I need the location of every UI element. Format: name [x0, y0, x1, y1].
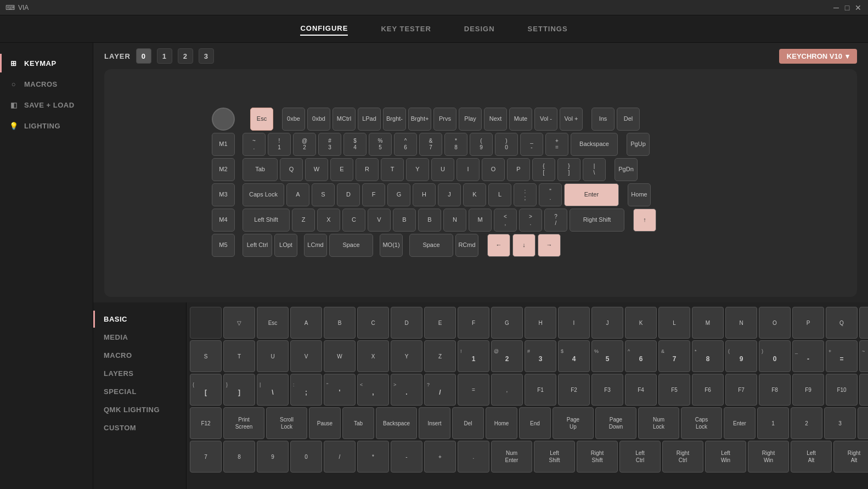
key-m3[interactable]: M3 — [212, 183, 235, 206]
kg-q[interactable]: Q — [826, 307, 858, 339]
bottom-cat-custom[interactable]: CUSTOM — [93, 419, 186, 436]
bottom-cat-media[interactable]: MEDIA — [93, 329, 186, 346]
kg-f11[interactable]: F11 — [859, 374, 868, 406]
key-lpad[interactable]: LPad — [358, 108, 381, 131]
key-s[interactable]: S — [312, 183, 335, 206]
key-x[interactable]: X — [317, 209, 340, 232]
kg-t[interactable]: T — [223, 340, 255, 372]
key-comma[interactable]: <, — [494, 209, 517, 232]
sidebar-item-lighting[interactable]: 💡 LIGHTING — [0, 116, 93, 135]
kg-gt-period[interactable]: >. — [391, 374, 422, 406]
key-1[interactable]: !1 — [268, 133, 291, 156]
key-rcmd[interactable]: RCmd — [455, 234, 478, 257]
key-o[interactable]: O — [482, 158, 505, 181]
key-vol-plus[interactable]: Vol + — [560, 108, 583, 131]
layer-btn-3[interactable]: 3 — [199, 48, 214, 64]
kg-end[interactable]: End — [519, 407, 551, 439]
key-c[interactable]: C — [342, 209, 365, 232]
kg-left-win[interactable]: LeftWin — [705, 441, 746, 473]
key-4[interactable]: $4 — [343, 133, 367, 156]
kg-enter[interactable]: Enter — [724, 407, 756, 439]
sidebar-item-save-load[interactable]: ◧ SAVE + LOAD — [0, 95, 93, 114]
kg-comma[interactable]: , — [491, 374, 523, 406]
nav-configure[interactable]: CONFIGURE — [300, 22, 348, 36]
key-next[interactable]: Next — [484, 108, 507, 131]
key-b-left[interactable]: B — [393, 209, 416, 232]
kg-lbrace[interactable]: {[ — [190, 374, 222, 406]
kg-i[interactable]: I — [558, 307, 590, 339]
close-button[interactable]: ✕ — [854, 3, 863, 12]
key-space-left[interactable]: Space — [329, 234, 373, 257]
key-v[interactable]: V — [368, 209, 391, 232]
kg-f[interactable]: F — [458, 307, 489, 339]
kg-rparen-0[interactable]: )0 — [759, 340, 791, 372]
kg-num-2[interactable]: 2 — [791, 407, 822, 439]
kg-lparen-9[interactable]: (9 — [725, 340, 757, 372]
kg-d[interactable]: D — [391, 307, 422, 339]
key-pgup[interactable]: PgUp — [627, 133, 650, 156]
maximize-button[interactable]: □ — [843, 3, 852, 12]
kg-right-alt[interactable]: RightAlt — [833, 441, 868, 473]
kg-v[interactable]: V — [290, 340, 322, 372]
kg-num-slash[interactable]: / — [324, 441, 356, 473]
nav-settings[interactable]: SETTINGS — [528, 23, 568, 35]
key-r[interactable]: R — [356, 158, 379, 181]
key-quote[interactable]: ". — [539, 183, 562, 206]
kg-num-1[interactable]: 1 — [757, 407, 789, 439]
key-k[interactable]: K — [463, 183, 486, 206]
key-arrow-left[interactable]: ← — [487, 234, 510, 257]
kg-k[interactable]: K — [625, 307, 657, 339]
key-semicolon[interactable]: :; — [514, 183, 537, 206]
key-m4[interactable]: M4 — [212, 209, 235, 232]
key-prvs[interactable]: Prvs — [433, 108, 456, 131]
kg-f8[interactable]: F8 — [759, 374, 791, 406]
key-minus[interactable]: _- — [520, 133, 543, 156]
kg-equals[interactable]: = — [458, 374, 489, 406]
key-del[interactable]: Del — [617, 108, 640, 131]
kg-del[interactable]: Del — [452, 407, 484, 439]
minimize-button[interactable]: ─ — [832, 3, 841, 12]
key-tab[interactable]: Tab — [243, 158, 278, 181]
kg-c[interactable]: C — [357, 307, 389, 339]
key-arrow-down[interactable]: ↓ — [512, 234, 536, 257]
kg-page-down[interactable]: PageDown — [595, 407, 636, 439]
kg-a[interactable]: A — [290, 307, 322, 339]
kg-num-enter[interactable]: NumEnter — [491, 441, 532, 473]
kg-at-2[interactable]: @2 — [491, 340, 523, 372]
kg-num-minus[interactable]: - — [391, 441, 422, 473]
key-u[interactable]: U — [431, 158, 454, 181]
key-3[interactable]: #3 — [318, 133, 341, 156]
key-a[interactable]: A — [286, 183, 309, 206]
key-m5[interactable]: M5 — [212, 234, 235, 257]
key-e[interactable]: E — [330, 158, 353, 181]
kg-num-9[interactable]: 9 — [257, 441, 289, 473]
key-pgdn[interactable]: PgDn — [615, 158, 638, 181]
key-backslash[interactable]: |\ — [583, 158, 606, 181]
key-mctrl[interactable]: MCtrl — [332, 108, 356, 131]
kg-f3[interactable]: F3 — [591, 374, 623, 406]
key-6[interactable]: ^6 — [394, 133, 417, 156]
key-b-right[interactable]: B — [418, 209, 441, 232]
key-play[interactable]: Play — [459, 108, 482, 131]
kg-num-3[interactable]: 3 — [824, 407, 856, 439]
kg-right-ctrl[interactable]: RightCtrl — [662, 441, 703, 473]
kg-j[interactable]: J — [591, 307, 623, 339]
kg-page-up[interactable]: PageUp — [553, 407, 594, 439]
kg-y[interactable]: Y — [391, 340, 422, 372]
knob[interactable] — [212, 108, 235, 131]
key-f[interactable]: F — [362, 183, 385, 206]
key-t[interactable]: T — [381, 158, 404, 181]
kg-num-period[interactable]: . — [458, 441, 489, 473]
kg-num-lock[interactable]: NumLock — [638, 407, 679, 439]
key-w[interactable]: W — [305, 158, 328, 181]
key-mo1[interactable]: MO(1) — [380, 234, 403, 257]
kg-insert[interactable]: Insert — [419, 407, 450, 439]
kg-right-shift[interactable]: RightShift — [577, 441, 618, 473]
kg-lt-comma[interactable]: <, — [357, 374, 389, 406]
key-h[interactable]: H — [413, 183, 436, 206]
kg-num-plus[interactable]: + — [424, 441, 456, 473]
key-n[interactable]: N — [443, 209, 466, 232]
key-z[interactable]: Z — [292, 209, 315, 232]
kg-o[interactable]: O — [759, 307, 791, 339]
key-caps[interactable]: Caps Lock — [243, 183, 284, 206]
